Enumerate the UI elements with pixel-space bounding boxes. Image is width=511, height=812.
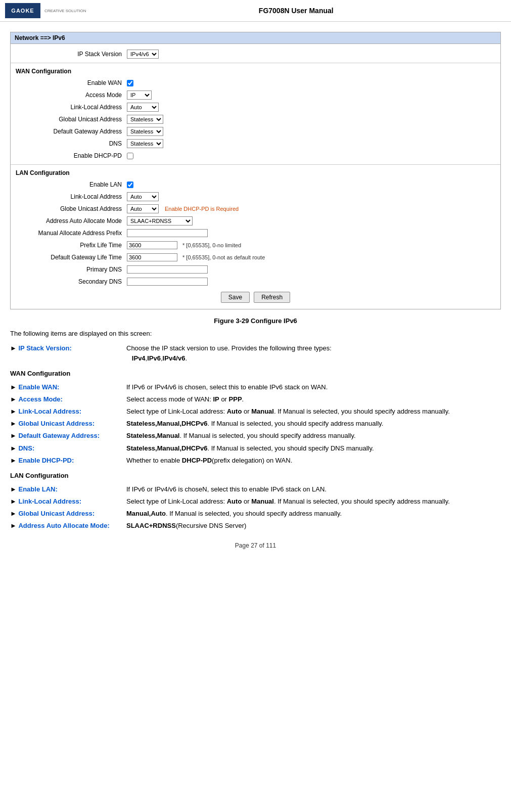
desc-def-access-mode: Select access mode of WAN: IP or PPP.	[126, 393, 501, 405]
ip-stack-select[interactable]: IPv4 IPv6 IPv4/v6	[127, 50, 159, 59]
manual-allocate-input[interactable]	[127, 229, 208, 237]
desc-row-global-unicast-wan: ► Global Unicast Address: Stateless,Manu…	[10, 418, 501, 430]
secondary-dns-control	[127, 278, 208, 286]
lan-heading: LAN Configuration	[10, 471, 501, 481]
wan-global-unicast-select[interactable]: Stateless Manual DHCPv6	[127, 115, 163, 124]
desc-table-lan: ► Enable LAN: If IPv6 or IPv4/v6 is chos…	[10, 483, 501, 532]
secondary-dns-input[interactable]	[127, 278, 208, 286]
desc-term-enable-wan: ► Enable WAN:	[10, 381, 126, 393]
wan-global-unicast-row: Global Unicast Address Stateless Manual …	[11, 113, 500, 125]
desc-intro: The following items are displayed on thi…	[10, 329, 501, 339]
desc-section: The following items are displayed on thi…	[10, 329, 501, 532]
logo-area: GAOKE CREATIVE SOLUTION	[5, 3, 86, 18]
logo-sub: CREATIVE SOLUTION	[44, 9, 86, 13]
desc-def-enable-lan: If IPv6 or IPv4/v6 is choseN, select thi…	[126, 483, 501, 495]
desc-row-dns-wan: ► DNS: Stateless,Manual,DHCPv6. If Manua…	[10, 442, 501, 455]
lan-globe-unicast-select[interactable]: Auto Manual	[127, 204, 159, 213]
desc-row-address-auto-allocate: ► Address Auto Allocate Mode: SLAAC+RDNS…	[10, 520, 501, 532]
desc-term-label-default-gw-wan: Default Gateway Address:	[18, 432, 100, 439]
enable-lan-checkbox[interactable]	[127, 182, 133, 188]
desc-row-access-mode: ► Access Mode: Select access mode of WAN…	[10, 393, 501, 405]
wan-dns-select[interactable]: Stateless Manual DHCPv6	[127, 139, 163, 148]
prefix-life-time-row: Prefix Life Time * [0,65535], 0-no limit…	[11, 239, 500, 251]
enable-lan-label: Enable LAN	[16, 181, 127, 188]
figure-caption: Figure 3-29 Configure IPv6	[10, 317, 501, 325]
wan-dns-row: DNS Stateless Manual DHCPv6	[11, 138, 500, 150]
desc-term-link-local-lan: ► Link-Local Address:	[10, 495, 126, 508]
primary-dns-label: Primary DNS	[16, 266, 127, 273]
desc-term-access-mode: ► Access Mode:	[10, 393, 126, 405]
enable-lan-row: Enable LAN	[11, 178, 500, 191]
desc-row-dhcp-pd: ► Enable DHCP-PD: Whether to enable DHCP…	[10, 455, 501, 467]
desc-term-label-dns-wan: DNS:	[18, 444, 34, 452]
desc-row-link-local-lan: ► Link-Local Address: Select type of Lin…	[10, 495, 501, 508]
desc-table-wan: ► Enable WAN: If IPv6 or IPv4/v6 is chos…	[10, 381, 501, 467]
enable-wan-label: Enable WAN	[16, 79, 127, 86]
wan-link-local-label: Link-Local Address	[16, 104, 127, 111]
ip-stack-label: IP Stack Version	[16, 51, 127, 58]
address-auto-allocate-select[interactable]: SLAAC+RDNSS SLAAC+DHCP DHCPv6	[127, 216, 193, 225]
default-gateway-life-time-label: Default Gateway Life Time	[16, 254, 127, 261]
wan-link-local-control: Auto Manual	[127, 103, 159, 112]
desc-term-global-unicast-lan: ► Global Unicast Address:	[10, 508, 126, 520]
page-title: FG7008N User Manual	[86, 7, 506, 15]
primary-dns-row: Primary DNS	[11, 263, 500, 276]
default-gateway-life-time-hint: * [0,65535], 0-not as default route	[182, 254, 265, 260]
desc-term-label-global-unicast-wan: Global Unicast Address:	[18, 420, 95, 427]
primary-dns-control	[127, 265, 208, 274]
wan-global-unicast-label: Global Unicast Address	[16, 116, 127, 123]
default-gateway-life-time-input[interactable]	[127, 253, 177, 261]
desc-term-label-access-mode: Access Mode:	[18, 395, 62, 403]
lan-link-local-select[interactable]: Auto Manual	[127, 192, 159, 201]
default-gateway-life-time-row: Default Gateway Life Time * [0,65535], 0…	[11, 251, 500, 263]
enable-dhcp-pd-checkbox[interactable]	[127, 153, 133, 159]
wan-section-label: WAN Configuration	[11, 66, 500, 77]
desc-term-label-dhcp-pd: Enable DHCP-PD:	[18, 457, 74, 464]
lan-link-local-label: Link-Local Address	[16, 193, 127, 200]
desc-term-label-link-local-wan: Link-Local Address:	[18, 408, 81, 415]
desc-term-global-unicast-wan: ► Global Unicast Address:	[10, 418, 126, 430]
desc-term-label-global-unicast-lan: Global Unicast Address:	[18, 510, 95, 517]
lan-globe-unicast-label: Globe Unicast Address	[16, 205, 127, 212]
lan-link-local-row: Link-Local Address Auto Manual	[11, 191, 500, 203]
prefix-life-time-hint: * [0,65535], 0-no limited	[182, 242, 241, 248]
ip-stack-control: IPv4 IPv6 IPv4/v6	[127, 50, 159, 59]
desc-def-enable-wan: If IPv6 or IPv4/v6 is chosen, select thi…	[126, 381, 501, 393]
wan-default-gateway-select[interactable]: Stateless Manual	[127, 127, 163, 136]
default-gateway-life-time-control: * [0,65535], 0-not as default route	[127, 253, 265, 261]
network-panel: Network ==> IPv6 IP Stack Version IPv4 I…	[10, 32, 501, 309]
enable-dhcp-pd-control	[127, 153, 133, 159]
enable-lan-control	[127, 182, 133, 188]
wan-heading: WAN Configuration	[10, 369, 501, 379]
enable-dhcp-pd-row: Enable DHCP-PD	[11, 150, 500, 162]
desc-term-label-link-local-lan: Link-Local Address:	[18, 498, 81, 505]
desc-row-default-gw-wan: ► Default Gateway Address: Stateless,Man…	[10, 430, 501, 442]
desc-term-label-enable-wan: Enable WAN:	[18, 383, 59, 391]
enable-wan-checkbox[interactable]	[127, 80, 133, 86]
desc-term-ip-stack: ► IP Stack Version:	[10, 342, 126, 365]
prefix-life-time-input[interactable]	[127, 241, 177, 249]
desc-def-global-unicast-lan: Manual,Auto. If Manual is selected, you …	[126, 508, 501, 520]
secondary-dns-row: Secondary DNS	[11, 276, 500, 288]
enable-wan-row: Enable WAN	[11, 77, 500, 89]
wan-default-gateway-control: Stateless Manual	[127, 127, 163, 136]
desc-row-link-local-wan: ► Link-Local Address: Select type of Lin…	[10, 405, 501, 418]
desc-def-dns-wan: Stateless,Manual,DHCPv6. If Manual is se…	[126, 442, 501, 455]
enable-wan-control	[127, 80, 133, 86]
wan-global-unicast-control: Stateless Manual DHCPv6	[127, 115, 163, 124]
desc-term-label-address-auto-allocate: Address Auto Allocate Mode:	[18, 522, 109, 529]
primary-dns-input[interactable]	[127, 265, 208, 274]
page-footer: Page 27 of 111	[10, 542, 501, 549]
refresh-button[interactable]: Refresh	[254, 292, 290, 303]
desc-term-dhcp-pd: ► Enable DHCP-PD:	[10, 455, 126, 467]
panel-body: IP Stack Version IPv4 IPv6 IPv4/v6 WAN C…	[11, 44, 500, 309]
save-button[interactable]: Save	[221, 292, 250, 303]
access-mode-label: Access Mode	[16, 92, 127, 99]
lan-section-label: LAN Configuration	[11, 167, 500, 178]
wan-link-local-select[interactable]: Auto Manual	[127, 103, 159, 112]
logo-box: GAOKE	[5, 3, 40, 18]
access-mode-select[interactable]: IP PPP	[127, 91, 152, 100]
desc-term-enable-lan: ► Enable LAN:	[10, 483, 126, 495]
desc-def-address-auto-allocate: SLAAC+RDNSS(Recursive DNS Server)	[126, 520, 501, 532]
access-mode-row: Access Mode IP PPP	[11, 89, 500, 101]
